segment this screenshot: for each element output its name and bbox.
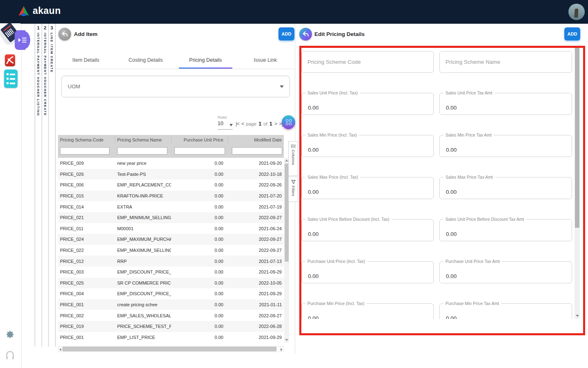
list-app-icon[interactable]: [4, 70, 18, 88]
document-tab[interactable]: 1 INTERNAL PAYMENT VOUCHER LISTING: [35, 24, 42, 347]
detail-tab[interactable]: Item Details: [56, 51, 116, 69]
form-field[interactable]: Sales Min Price (Incl. Tax) 0.00: [301, 135, 434, 157]
table-row[interactable]: PRICE_001 create pricing schee 0.00 2021…: [58, 299, 284, 310]
scroll-right-arrow[interactable]: [281, 348, 283, 351]
form-scroll-thumb[interactable]: [575, 48, 579, 228]
horizontal-scroll-thumb[interactable]: [62, 347, 276, 351]
chevron-down-icon: [229, 124, 233, 126]
form-field[interactable]: Pricing Scheme Name: [439, 51, 572, 73]
form-field[interactable]: Purchase Unit Price Tax Amt 0.00: [439, 261, 572, 283]
form-field-value: 0.00: [446, 273, 457, 279]
form-field[interactable]: Pricing Scheme Code: [301, 51, 434, 73]
cell-name: Test-Paste-PS: [115, 172, 171, 177]
cell-date: 2021-07-13: [225, 259, 284, 264]
support-headset-icon[interactable]: [6, 351, 14, 358]
document-tab-label: INTERNAL PAYMENT VOUCHER LISTING: [36, 33, 40, 116]
table-row[interactable]: PRICE_019 PRICE_SCHEME_TEST_PROCESS... 0…: [58, 321, 284, 332]
grid-view-button[interactable]: [282, 115, 295, 129]
table-row[interactable]: PRICE_003 EMP_DISCOUNT_PRICE_1 0.00 2021…: [58, 267, 284, 278]
page-word: page: [246, 121, 257, 126]
form-field[interactable]: Sales Max Price Tax Amt 0.00: [439, 177, 572, 199]
form-field[interactable]: Sales Unit Price Before Discount (Incl. …: [301, 219, 434, 241]
table-row[interactable]: PRICE_026 Test-Paste-PS 0.00 2022-10-18: [58, 169, 284, 180]
form-field-value: 0.00: [446, 315, 457, 319]
filter-input-date[interactable]: [232, 147, 282, 155]
scroll-down-arrow[interactable]: [576, 315, 579, 317]
rows-per-page-select[interactable]: 10: [218, 121, 233, 130]
form-field[interactable]: Purchase Unit Price (Incl. Tax) 0.00: [301, 261, 434, 283]
cell-price: 0.00: [171, 280, 225, 285]
first-page-button[interactable]: |<: [236, 121, 239, 127]
cell-code: PRICE_003: [58, 269, 115, 274]
list-line: [7, 78, 15, 80]
pdf-app-icon[interactable]: [5, 54, 15, 66]
cell-code: PRICE_014: [58, 204, 115, 209]
table-row[interactable]: PRICE_011 M00001 0.00 2021-06-24: [58, 223, 284, 234]
form-field[interactable]: Sales Unit Price Before Discount Tax Amt…: [439, 219, 572, 241]
cell-date: 2021-07-19: [225, 204, 284, 209]
back-button[interactable]: [299, 28, 312, 40]
playlist-badge-icon[interactable]: [15, 30, 29, 50]
table-row[interactable]: PRICE_002 EMP_SALES_WHOLESALE_DEAL... 0.…: [58, 310, 284, 321]
akaun-logo-icon: [18, 6, 29, 16]
prev-page-button[interactable]: <: [241, 121, 244, 127]
form-field[interactable]: Sales Unit Price (Incl. Tax) 0.00: [301, 93, 434, 115]
form-field[interactable]: Purchase Min Price (Incl. Tax) 0.00: [301, 303, 434, 319]
add-button[interactable]: ADD: [564, 27, 580, 40]
column-header[interactable]: Pricing Schema Name: [115, 137, 171, 142]
cell-code: PRICE_001: [58, 335, 115, 340]
cell-name: KRAFTON-INR-PRICE: [115, 193, 171, 198]
panel-title: Edit Pricing Details: [314, 31, 365, 37]
document-tab[interactable]: 2 INTERNAL PAYMENT VOUCHER CREATE: [42, 24, 49, 347]
form-field[interactable]: Sales Unit Price Tax Amt 0.00: [439, 93, 572, 115]
detail-tab[interactable]: Pricing Details: [176, 51, 236, 69]
filter-input-name[interactable]: [117, 147, 167, 155]
scroll-up-arrow[interactable]: [285, 159, 288, 162]
table-row[interactable]: PRICE_021 EMP_MINIMUM_SELLING_PRICE 0.00…: [58, 212, 284, 223]
pricing-form: Pricing Scheme Code Pricing Scheme Name …: [301, 48, 573, 319]
back-button[interactable]: [58, 28, 71, 40]
columns-side-tab[interactable]: Columns: [288, 141, 298, 176]
column-header[interactable]: Modified Date: [225, 137, 284, 142]
table-row[interactable]: PRICE_012 RRP 0.00 2021-07-13: [58, 256, 284, 267]
detail-tab[interactable]: Costing Details: [116, 51, 176, 69]
cell-price: 0.00: [171, 193, 225, 198]
table-row[interactable]: PRICE_024 EMP_MAXIMUM_PURCHASE_P... 0.00…: [58, 234, 284, 245]
form-field-value: 0.00: [446, 231, 457, 237]
form-scrollbar[interactable]: [575, 48, 580, 319]
form-field-label: Purchase Unit Price Tax Amt: [443, 259, 502, 264]
document-tab-number: 2: [44, 25, 46, 30]
table-row[interactable]: PRICE_025 SR CP COMMERCE PRICING SC... 0…: [58, 278, 284, 289]
table-row[interactable]: PRICE_006 EMP_REPLACEMENT_COST 0.00 2022…: [58, 180, 284, 191]
document-tab[interactable]: 3 LINE ITEM CREATE: [48, 24, 55, 347]
cell-name: PRICE_SCHEME_TEST_PROCESS...: [115, 324, 171, 329]
cell-name: M00001: [115, 226, 171, 231]
column-header[interactable]: Pricing Schema Code: [58, 137, 115, 142]
user-avatar[interactable]: [568, 4, 585, 20]
form-field[interactable]: Purchase Min Price Tax Amt 0.00: [439, 303, 572, 319]
filter-input-price[interactable]: [174, 147, 225, 155]
filter-input-code[interactable]: [60, 147, 109, 155]
add-button[interactable]: ADD: [278, 27, 294, 40]
settings-gear-icon[interactable]: [6, 330, 15, 339]
form-field-label: Sales Min Price (Incl. Tax): [305, 132, 359, 137]
form-field-value: 0.00: [446, 147, 457, 153]
scroll-down-arrow[interactable]: [285, 339, 288, 341]
detail-tab[interactable]: Issue Link: [236, 51, 296, 69]
table-horizontal-scrollbar[interactable]: [58, 346, 284, 352]
form-field-label: Sales Unit Price Tax Amt: [443, 90, 494, 95]
table-row[interactable]: PRICE_004 EMP_DISCOUNT_PRICE_2 0.00 2021…: [58, 288, 284, 299]
scroll-left-arrow[interactable]: [59, 348, 61, 351]
filters-side-tab[interactable]: Filters: [288, 177, 298, 202]
table-row[interactable]: PRICE_001 EMP_LIST_PRICE 0.00 2021-09-29: [58, 332, 284, 343]
table-row[interactable]: PRICE_009 new year price 0.00 2021-09-20: [58, 158, 284, 169]
uom-select[interactable]: UOM: [61, 76, 290, 97]
next-page-button[interactable]: >: [274, 121, 277, 127]
table-row[interactable]: PRICE_015 KRAFTON-INR-PRICE 0.00 2021-07…: [58, 191, 284, 202]
table-row[interactable]: PRICE_022 EMP_MAXIMUM_SELLING_PRICE 0.00…: [58, 245, 284, 256]
form-field[interactable]: Sales Max Price (Incl. Tax) 0.00: [301, 177, 434, 199]
form-field[interactable]: Sales Min Price Tax Amt 0.00: [439, 135, 572, 157]
column-divider: [115, 136, 115, 143]
table-row[interactable]: PRICE_014 EXTRA 0.00 2021-07-19: [58, 201, 284, 212]
column-header[interactable]: Purchase Unit Price: [171, 137, 225, 142]
